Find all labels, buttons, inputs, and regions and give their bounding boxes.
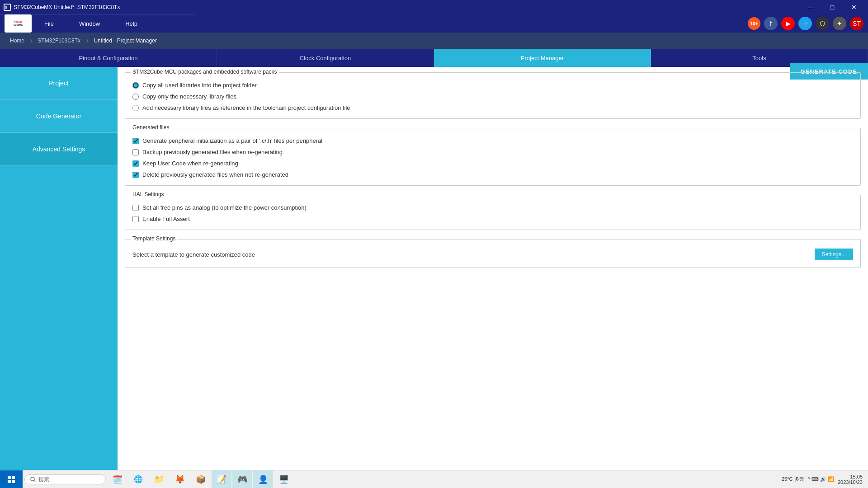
taskbar-apps: 🗓️ 🌐 📁 🦊 📦 📝 🎮 👤 🖥️ xyxy=(108,470,776,488)
github-icon[interactable]: ⬡ xyxy=(816,17,829,30)
taskbar-weather: 25°C 多云 xyxy=(782,476,804,483)
hal-settings-section: HAL Settings Set all free pins as analog… xyxy=(125,195,861,230)
breadcrumb-home[interactable]: Home xyxy=(5,36,30,46)
taskbar-app-notepad[interactable]: 📝 xyxy=(212,470,231,488)
titlebar-left: S STM32CubeMX Untitled*: STM32F103C8Tx xyxy=(4,4,120,11)
taskbar-app-calendar[interactable]: 🗓️ xyxy=(108,470,127,488)
sidebar-item-project[interactable]: Project xyxy=(0,67,118,100)
start-button[interactable] xyxy=(0,470,23,488)
tabbar: Pinout & Configuration Clock Configurati… xyxy=(0,49,868,67)
taskbar-time: 15:05 xyxy=(838,474,863,479)
svg-text:S: S xyxy=(5,6,7,9)
checkbox-keep-user-code-input[interactable] xyxy=(132,160,139,167)
maximize-button[interactable]: □ xyxy=(822,0,843,14)
minimize-button[interactable]: — xyxy=(800,0,821,14)
checkbox-backup-label: Backup previously generated files when r… xyxy=(142,149,283,155)
taskbar-right: 25°C 多云 ^ ⌨ 🔊 📶 15:05 2023/10/23 xyxy=(776,474,868,485)
stm32-logo: STM32 CubeMX xyxy=(5,14,32,33)
template-description: Select a template to generate customized… xyxy=(132,251,807,258)
checkbox-enable-full-assert-input[interactable] xyxy=(132,216,139,222)
taskbar: 🗓️ 🌐 📁 🦊 📦 📝 🎮 👤 🖥️ 25°C 多云 ^ ⌨ 🔊 📶 15:0… xyxy=(0,470,868,488)
menu-help[interactable]: Help xyxy=(122,19,141,29)
taskbar-app-fox[interactable]: 🦊 xyxy=(170,470,190,488)
checkbox-backup-input[interactable] xyxy=(132,149,139,155)
window-controls: — □ ✕ xyxy=(800,0,864,14)
radio-copy-all-label: Copy all used libraries into the project… xyxy=(142,82,257,89)
tab-project-manager[interactable]: Project Manager xyxy=(434,49,651,67)
taskbar-icons-area: ^ ⌨ 🔊 📶 xyxy=(808,476,834,482)
taskbar-search[interactable] xyxy=(24,474,106,484)
taskbar-time-area: 15:05 2023/10/23 xyxy=(838,474,863,485)
template-settings-title: Template Settings xyxy=(131,235,177,242)
app-logo-small: S xyxy=(4,4,11,11)
checkbox-enable-full-assert[interactable]: Enable Full Assert xyxy=(132,216,853,222)
sidebar: Project Code Generator Advanced Settings xyxy=(0,67,118,470)
hal-settings-title: HAL Settings xyxy=(131,191,166,197)
taskbar-app-vm[interactable]: 🖥️ xyxy=(274,470,294,488)
facebook-icon[interactable]: f xyxy=(764,17,778,30)
content-area: STM32Cube MCU packages and embedded soft… xyxy=(118,67,868,470)
checkbox-per-peripheral[interactable]: Generate peripheral initialization as a … xyxy=(132,137,853,144)
svg-rect-2 xyxy=(8,476,11,479)
generated-files-title: Generated files xyxy=(131,124,171,131)
library-options-group: Copy all used libraries into the project… xyxy=(132,82,853,111)
taskbar-app-explorer[interactable]: 📁 xyxy=(149,470,169,488)
checkbox-keep-user-code[interactable]: Keep User Code when re-generating xyxy=(132,160,853,167)
breadcrumb-mcu[interactable]: STM32F103C8Tx xyxy=(32,36,86,46)
taskbar-date: 2023/10/23 xyxy=(838,479,863,485)
twitter-icon[interactable]: 🐦 xyxy=(798,17,812,30)
svg-rect-4 xyxy=(8,480,11,483)
radio-copy-all[interactable]: Copy all used libraries into the project… xyxy=(132,82,853,89)
checkbox-backup[interactable]: Backup previously generated files when r… xyxy=(132,149,853,155)
radio-copy-necessary-input[interactable] xyxy=(132,94,139,100)
search-input[interactable] xyxy=(38,476,93,483)
sidebar-item-code-generator[interactable]: Code Generator xyxy=(0,100,118,133)
close-button[interactable]: ✕ xyxy=(844,0,864,14)
checkbox-per-peripheral-input[interactable] xyxy=(132,138,139,144)
main-layout: Project Code Generator Advanced Settings… xyxy=(0,67,868,470)
taskbar-app-store[interactable]: 📦 xyxy=(191,470,211,488)
version-badge: 10+ xyxy=(748,17,760,30)
checkbox-delete-previous-input[interactable] xyxy=(132,172,139,178)
menu-window[interactable]: Window xyxy=(75,19,104,29)
checkbox-free-pins-analog-label: Set all free pins as analog (to optimize… xyxy=(142,204,307,211)
checkbox-delete-previous-label: Delete previously generated files when n… xyxy=(142,171,288,178)
menu-file[interactable]: File xyxy=(41,19,57,29)
checkbox-free-pins-analog[interactable]: Set all free pins as analog (to optimize… xyxy=(132,204,853,211)
svg-point-6 xyxy=(31,477,34,481)
checkbox-enable-full-assert-label: Enable Full Assert xyxy=(142,216,190,222)
radio-add-reference[interactable]: Add necessary library files as reference… xyxy=(132,104,853,111)
svg-rect-5 xyxy=(12,480,15,483)
checkbox-free-pins-analog-input[interactable] xyxy=(132,205,139,211)
generated-files-options: Generate peripheral initialization as a … xyxy=(132,137,853,178)
radio-copy-necessary[interactable]: Copy only the necessary library files xyxy=(132,93,853,100)
stm32-packages-title: STM32Cube MCU packages and embedded soft… xyxy=(131,69,279,75)
radio-add-reference-input[interactable] xyxy=(132,105,139,111)
search-icon xyxy=(30,477,36,482)
network-icon[interactable]: ✦ xyxy=(833,17,846,30)
settings-button[interactable]: Settings... xyxy=(815,249,853,260)
tab-pinout[interactable]: Pinout & Configuration xyxy=(0,49,217,67)
taskbar-app-game[interactable]: 🎮 xyxy=(232,470,252,488)
youtube-icon[interactable]: ▶ xyxy=(781,17,795,30)
breadcrumb-bar: Home › STM32F103C8Tx › Untitled - Projec… xyxy=(0,33,868,49)
titlebar: S STM32CubeMX Untitled*: STM32F103C8Tx —… xyxy=(0,0,868,14)
st-icon[interactable]: ST xyxy=(850,17,863,30)
template-row: Select a template to generate customized… xyxy=(132,249,853,260)
taskbar-app-edge[interactable]: 🌐 xyxy=(128,470,148,488)
svg-rect-3 xyxy=(12,476,15,479)
taskbar-app-user[interactable]: 👤 xyxy=(253,470,273,488)
radio-copy-necessary-label: Copy only the necessary library files xyxy=(142,93,236,100)
template-settings-section: Template Settings Select a template to g… xyxy=(125,239,861,268)
checkbox-keep-user-code-label: Keep User Code when re-generating xyxy=(142,160,238,167)
stm32-packages-section: STM32Cube MCU packages and embedded soft… xyxy=(125,72,861,119)
generated-files-section: Generated files Generate peripheral init… xyxy=(125,128,861,186)
radio-add-reference-label: Add necessary library files as reference… xyxy=(142,104,350,111)
checkbox-delete-previous[interactable]: Delete previously generated files when n… xyxy=(132,171,853,178)
tab-clock[interactable]: Clock Configuration xyxy=(217,49,434,67)
window-title: STM32CubeMX Untitled*: STM32F103C8Tx xyxy=(14,4,120,10)
checkbox-per-peripheral-label: Generate peripheral initialization as a … xyxy=(142,137,322,144)
sidebar-item-advanced-settings[interactable]: Advanced Settings xyxy=(0,133,118,166)
radio-copy-all-input[interactable] xyxy=(132,82,139,89)
svg-line-7 xyxy=(34,480,36,482)
